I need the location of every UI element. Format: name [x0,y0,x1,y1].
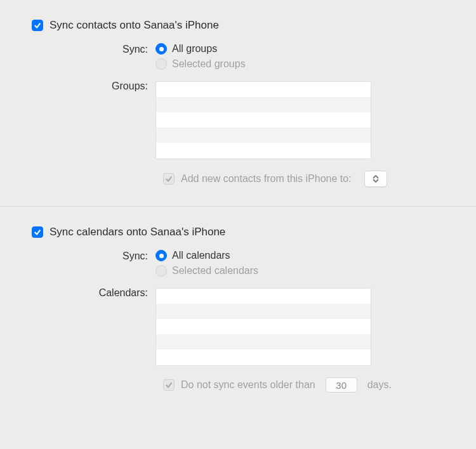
calendars-section: Sync calendars onto Sanaa's iPhone Sync:… [0,226,476,412]
calendars-sync-label: Sync: [32,250,155,262]
calendars-selected-radio[interactable] [155,265,167,277]
calendars-selected-option: Selected calendars [155,265,451,277]
contacts-sync-label: Sync: [32,43,155,55]
calendars-all-label: All calendars [172,250,230,261]
not-older-row: Do not sync events older than days. [163,377,451,393]
sync-calendars-label: Sync calendars onto Sanaa's iPhone [50,226,225,238]
checkmark-icon [165,381,173,389]
contacts-selected-groups-radio[interactable] [155,58,167,70]
calendars-listbox[interactable] [155,288,371,366]
sync-contacts-label: Sync contacts onto Sanaa's iPhone [50,19,219,32]
calendars-selected-label: Selected calendars [172,265,258,277]
contacts-header-row: Sync contacts onto Sanaa's iPhone [32,19,451,32]
not-older-suffix: days. [367,379,392,391]
contacts-sync-options: All groups Selected groups [155,43,451,74]
not-older-days-input[interactable] [326,377,357,393]
contacts-all-groups-option: All groups [155,43,451,55]
contacts-selected-groups-option: Selected groups [155,58,451,70]
contacts-all-groups-radio[interactable] [155,43,167,55]
contacts-groups-row: Groups: [32,80,451,159]
checkmark-icon [34,22,41,29]
contacts-selected-groups-label: Selected groups [172,58,246,70]
calendars-list-label: Calendars: [32,287,155,299]
calendars-all-option: All calendars [155,250,451,261]
sync-contacts-checkbox[interactable] [32,20,43,31]
calendars-header-row: Sync calendars onto Sanaa's iPhone [32,226,451,238]
add-new-contacts-dropdown[interactable] [364,171,387,187]
checkmark-icon [34,228,41,236]
not-older-checkbox [163,379,175,391]
contacts-section: Sync contacts onto Sanaa's iPhone Sync: … [0,19,476,206]
sync-calendars-checkbox[interactable] [32,226,43,238]
contacts-sync-row: Sync: All groups Selected groups [32,43,451,74]
contacts-groups-listbox[interactable] [155,81,371,159]
checkmark-icon [165,175,173,183]
calendars-list-row: Calendars: [32,287,451,366]
add-new-contacts-row: Add new contacts from this iPhone to: [163,171,451,187]
calendars-sync-row: Sync: All calendars Selected calendars [32,250,451,280]
calendars-list-content [155,287,451,366]
add-new-contacts-checkbox [163,173,175,185]
calendars-sync-options: All calendars Selected calendars [155,250,451,280]
contacts-all-groups-label: All groups [172,43,217,55]
section-divider [0,206,476,207]
contacts-groups-label: Groups: [32,80,155,92]
calendars-all-radio[interactable] [155,250,167,261]
add-new-contacts-label: Add new contacts from this iPhone to: [181,173,352,185]
chevron-down-icon [373,179,379,183]
contacts-groups-content [155,80,451,159]
not-older-prefix: Do not sync events older than [181,379,315,391]
